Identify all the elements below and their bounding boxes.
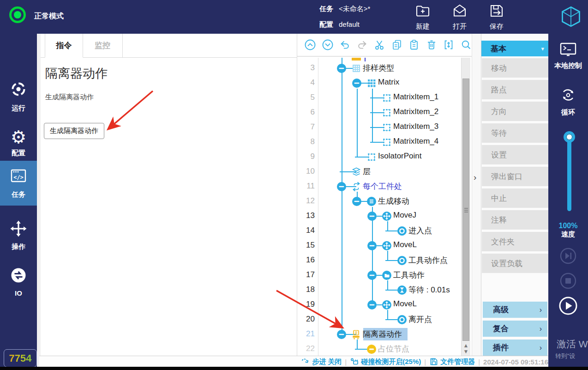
cut-icon[interactable] (373, 39, 386, 51)
tree-row[interactable]: 22占位节点 (297, 342, 462, 356)
collapse-button[interactable] (367, 241, 377, 253)
skip-button[interactable] (559, 247, 577, 267)
collapse-button[interactable] (367, 211, 377, 223)
tab-instruction[interactable]: 指令 (45, 34, 83, 58)
tree-row[interactable]: 18等待 : 0.01s (297, 283, 462, 297)
palette-group-3[interactable]: 插件› (483, 340, 547, 356)
tree-row[interactable]: 7MatrixItem_3 (297, 120, 462, 135)
tree-row[interactable]: 6MatrixItem_2 (297, 105, 462, 120)
tree-row[interactable]: 13MoveJ (297, 209, 462, 224)
collapse-button[interactable] (352, 196, 362, 208)
palette-item[interactable]: 注释 (482, 210, 548, 230)
speed-slider-knob[interactable] (564, 131, 575, 143)
save-button[interactable]: 保存 (480, 3, 513, 31)
tree-row[interactable]: 21隔离器动作 (297, 327, 462, 342)
tree-row[interactable]: 5MatrixItem_1 (297, 91, 462, 105)
palette-item[interactable]: 方向 (482, 102, 548, 121)
sidebar-item-task[interactable]: </>任务 (0, 161, 37, 206)
scroll-down-button[interactable]: ▼ (462, 349, 470, 355)
tree-row[interactable]: 16工具动作点 (297, 253, 462, 268)
tree-node-label: 每个工件处 (363, 181, 402, 192)
palette-item[interactable]: 中止 (482, 188, 548, 208)
tree-row[interactable]: 19MoveL (297, 297, 462, 312)
play-button[interactable] (558, 296, 578, 317)
tree-row[interactable]: 17工具动作 (297, 268, 462, 283)
config-value: default (339, 20, 360, 28)
insert-icon[interactable] (443, 39, 455, 51)
palette-header-basic[interactable]: 基本 ▾ (481, 41, 549, 56)
chevron-down-icon: ▾ (541, 45, 544, 52)
palette-item[interactable]: 文件夹 (482, 232, 548, 251)
app-window: 正常模式 任务<未命名>* 配置default 新建打开保存 运行⚙配置</>任… (0, 0, 588, 370)
panel-expander[interactable]: › (472, 34, 482, 356)
tree-row[interactable]: 12生成移动 (297, 194, 462, 209)
tab-monitor[interactable]: 监控 (83, 34, 123, 57)
collapse-button[interactable] (367, 300, 377, 312)
redo-icon[interactable] (356, 39, 369, 51)
step-icon (301, 357, 310, 366)
open-button[interactable]: 打开 (443, 3, 476, 31)
sidebar-item-config[interactable]: ⚙配置 (0, 121, 37, 165)
expand-all-icon[interactable] (322, 39, 334, 51)
palette-item[interactable]: 设置 (482, 145, 548, 164)
palette-item[interactable]: 设置负载 (482, 254, 548, 273)
line-number: 5 (297, 93, 315, 102)
save-icon (488, 13, 505, 21)
status-collision[interactable]: 碰撞检测开启(25%) (350, 357, 421, 366)
delete-icon[interactable] (426, 39, 438, 51)
tree-row[interactable]: 14进入点 (297, 224, 462, 238)
tree-row[interactable]: 10层 (297, 164, 462, 179)
local-control-button[interactable]: 本地控制 (548, 42, 588, 70)
line-number: 17 (297, 270, 315, 279)
tree-row[interactable]: 15MoveL (297, 238, 462, 253)
tree-row[interactable]: 20离开点 (297, 312, 462, 327)
line-number: 9 (297, 152, 315, 161)
palette-group-1[interactable]: 高级› (483, 302, 547, 318)
stop-button[interactable] (559, 272, 577, 291)
tree-row[interactable]: 11每个工件处 (297, 179, 462, 194)
collapse-all-icon[interactable] (304, 39, 317, 51)
dashed-icon (382, 137, 392, 149)
palette-item[interactable]: 弹出窗口 (482, 167, 548, 186)
pattern-icon (351, 63, 361, 75)
palette-group-2[interactable]: 复合› (483, 321, 547, 337)
scrollbar-thumb[interactable] (462, 79, 469, 341)
tab-strip: 指令 监控 (41, 34, 297, 58)
speed-slider-track[interactable] (567, 136, 571, 211)
generate-isolator-button[interactable]: 生成隔离器动作 (44, 123, 104, 139)
palette-item[interactable]: 移动 (482, 58, 548, 78)
collapse-button[interactable] (336, 329, 347, 341)
loop-icon (351, 182, 361, 194)
new-button[interactable]: 新建 (406, 3, 439, 31)
collapse-button[interactable] (367, 270, 377, 282)
tree-node-label: 层 (363, 166, 371, 177)
status-files[interactable]: 文件管理器 (429, 357, 475, 366)
sidebar-item-run[interactable]: 运行 (0, 74, 37, 119)
copy-icon[interactable] (391, 39, 403, 51)
tree-row[interactable]: 8MatrixItem_4 (297, 135, 462, 150)
search-icon[interactable] (460, 39, 473, 51)
line-number: 10 (297, 167, 315, 176)
tree-row[interactable]: 4Matrix (297, 76, 462, 91)
right-sidebar: 本地控制 循环 100% 速度 (548, 34, 588, 370)
tree-scrollbar: ▲ ▼ (461, 58, 470, 356)
palette-item[interactable]: 路点 (482, 80, 548, 99)
loop-button[interactable]: 循环 (548, 86, 588, 117)
sidebar-item-operate[interactable]: 操作 (0, 213, 37, 258)
cycle-icon (559, 98, 577, 106)
sidebar-item-io[interactable]: IO (0, 259, 37, 304)
tree-row[interactable]: 9IsolatorPoint (297, 150, 462, 164)
status-bar: 步进 关闭|碰撞检测开启(25%)|文件管理器|2024-07-05 09:51… (39, 356, 548, 367)
status-step[interactable]: 步进 关闭 (301, 357, 342, 366)
tree-row[interactable]: 3排样类型 (297, 61, 462, 76)
paste-icon[interactable] (408, 39, 420, 51)
collapse-button[interactable] (352, 78, 362, 90)
sidebar-item-label: IO (15, 289, 22, 297)
operate-icon (9, 219, 28, 240)
palette-item[interactable]: 等待 (482, 123, 548, 143)
undo-icon[interactable] (339, 39, 351, 51)
collapse-button[interactable] (336, 63, 347, 75)
matrix-icon (366, 78, 377, 90)
collapse-button[interactable] (336, 182, 347, 194)
tree-node-label: MatrixItem_3 (393, 122, 438, 131)
